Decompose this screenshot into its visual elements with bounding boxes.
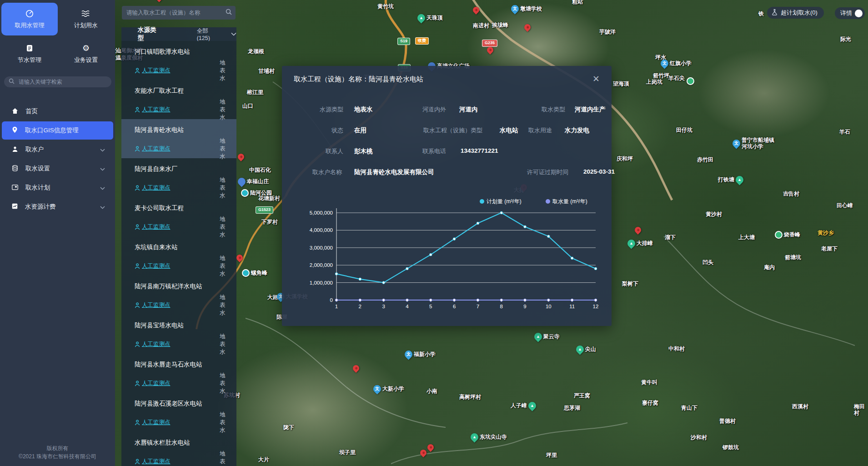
tile-business-settings[interactable]: ⚙ 业务设置 (58, 37, 114, 70)
tile-water-saving-mgmt[interactable]: 节水管理 (1, 37, 58, 70)
mountain-marker[interactable]: ▲聚云寺 (534, 333, 560, 341)
map-label: 庵内 (764, 265, 775, 271)
map-label: 锣鼓坑 (722, 445, 739, 451)
station-list-item[interactable]: 友能水厂取水工程人工监测点地表水 (121, 80, 236, 119)
intake-plan-chart: 01,000,0002,000,0003,000,0004,000,0005,0… (300, 193, 609, 316)
station-list-item[interactable]: 麦卡公司取水工程人工监测点地表水 (121, 197, 236, 236)
manual-monitor-link[interactable]: 人工监测点 (135, 262, 171, 270)
station-list-item[interactable]: 陆河县宝塔水电站人工监测点地表水 (121, 315, 236, 354)
red-pin-marker[interactable] (238, 154, 244, 160)
station-list-item[interactable]: 水唇镇水栏肚水电站人工监测点地表水 (121, 432, 236, 466)
svg-text:3: 3 (382, 304, 385, 309)
school-marker[interactable]: 文大新小学 (373, 385, 404, 393)
station-list-item[interactable]: 东坑镇自来水站人工监测点地表水 (121, 236, 236, 276)
mountain-marker[interactable]: ▲东坑尖山寺 (471, 433, 507, 441)
red-pin-marker[interactable] (420, 450, 426, 456)
toggle-knob[interactable] (855, 10, 863, 17)
red-pin-marker[interactable] (473, 7, 479, 13)
map-pin-icon (12, 126, 18, 135)
sidebar-item-intake-plan[interactable]: 取水计划 (2, 179, 113, 197)
mountain-marker[interactable]: ▲大排嶂 (627, 240, 653, 247)
station-list-item[interactable]: 陆河县水唇走马石水电站人工监测点地表水 (121, 354, 236, 393)
map-label-text: 天珠顶 (426, 15, 443, 21)
manual-monitor-link[interactable]: 人工监测点 (135, 341, 171, 348)
sidebar-search-input[interactable] (18, 78, 107, 85)
school-marker[interactable]: 文墩塘学校 (511, 5, 542, 13)
station-search[interactable] (122, 6, 236, 20)
station-list[interactable]: 河口镇唱歌潭水电站人工监测点地表水友能水厂取水工程人工监测点地表水陆河县青砼水电… (121, 41, 236, 466)
map-label-text: 青山下 (681, 405, 697, 411)
over-plan-intake-button[interactable]: 超计划取水(0) (767, 7, 824, 19)
mountain-marker[interactable]: 打铁塘▲ (718, 176, 743, 184)
station-list-item[interactable]: 河口镇唱歌潭水电站人工监测点地表水 (121, 41, 236, 80)
red-pin-marker[interactable] (635, 227, 641, 233)
detail-toggle[interactable]: 详情 (835, 7, 865, 19)
close-icon[interactable]: ✕ (591, 73, 602, 84)
map-label-text: 吉告村 (783, 191, 799, 197)
manual-monitor-link[interactable]: 人工监测点 (135, 458, 171, 466)
detail-label: 详情 (840, 9, 852, 17)
person-icon (135, 185, 140, 191)
station-list-item[interactable]: 陆河县自来水厂人工监测点地表水 (121, 158, 236, 197)
poi-marker[interactable]: 陆河公园 (241, 189, 272, 197)
manual-monitor-link[interactable]: 人工监测点 (135, 106, 171, 114)
menu-label: 首页 (25, 107, 38, 115)
station-name: 东坑镇自来水站 (135, 243, 236, 251)
map-label: 上大塘 (738, 235, 755, 241)
field-value: 在用 (354, 126, 366, 135)
search-icon[interactable] (226, 9, 232, 17)
water-source-type: 地表水 (220, 215, 228, 239)
red-pin-marker[interactable] (353, 365, 359, 371)
sidebar-item-water-users[interactable]: 取水户 (2, 140, 113, 159)
water-source-type: 地表水 (220, 59, 228, 82)
svg-text:0: 0 (330, 297, 333, 303)
map-label-text: 人子嶂 (511, 403, 527, 409)
gear-icon: ⚙ (82, 44, 90, 53)
red-pin-marker[interactable] (487, 47, 493, 53)
station-list-item[interactable]: 陆河县激石溪老区水电站人工监测点地表水 (121, 393, 236, 432)
manual-monitor-link[interactable]: 人工监测点 (135, 223, 171, 231)
map-label: 西溪村 (792, 404, 808, 410)
map-label: 粗站 (572, 0, 583, 5)
sidebar-item-gis-info[interactable]: 取水口GIS信息管理 (2, 121, 113, 140)
map-label-text: 普德村 (719, 418, 736, 425)
map-label: 梨树下 (622, 281, 638, 287)
sidebar-search[interactable] (4, 76, 111, 87)
manual-monitor-link[interactable]: 人工监测点 (135, 380, 171, 387)
manual-monitor-link[interactable]: 人工监测点 (135, 301, 171, 309)
map-label-text: 赤竹田 (697, 157, 713, 163)
red-pin-marker[interactable] (427, 444, 434, 451)
map-label: 田仔坑 (676, 127, 692, 134)
manual-monitor-link[interactable]: 人工监测点 (135, 67, 171, 75)
map-label: 凹头 (702, 260, 713, 266)
filter-value[interactable]: 全部 (125) (197, 27, 223, 41)
station-list-item[interactable]: 陆河县青砼水电站人工监测点地表水 (121, 119, 236, 158)
poi-marker[interactable]: 螺角峰 (242, 269, 267, 277)
map-label: 坝子里 (339, 450, 356, 456)
manual-monitor-link[interactable]: 人工监测点 (135, 145, 171, 153)
sidebar-item-home[interactable]: 首页 (2, 102, 113, 120)
manual-monitor-link[interactable]: 人工监测点 (135, 419, 171, 426)
mountain-marker[interactable]: ▲尖山 (576, 346, 596, 353)
tile-water-intake-mgmt[interactable]: 取用水管理 (1, 3, 58, 35)
red-pin-marker[interactable] (524, 24, 531, 30)
mountain-marker[interactable]: 人子嶂▲ (511, 402, 536, 410)
tile-planned-water[interactable]: 计划用水 (58, 3, 114, 35)
manual-monitor-link[interactable]: 人工监测点 (135, 184, 171, 192)
red-pin-marker[interactable] (236, 255, 243, 261)
map-label-text: 望海顶 (613, 81, 629, 87)
station-search-input[interactable] (125, 9, 226, 16)
map-label-text: 甘埔村 (258, 68, 275, 75)
mountain-marker[interactable]: ▲天珠顶 (417, 14, 443, 22)
chevron-down-icon[interactable] (231, 32, 236, 36)
svg-text:4: 4 (406, 304, 409, 309)
school-marker[interactable]: 文福新小学 (405, 351, 436, 358)
sidebar-item-water-billing[interactable]: 水资源计费 (2, 198, 113, 216)
school-marker[interactable]: 文红旗小学 (661, 60, 692, 67)
station-list-item[interactable]: 陆河县南万镇杞洋水电站人工监测点地表水 (121, 276, 236, 315)
school-marker[interactable]: 文普宁市船埔镇 河坑小学 (733, 137, 774, 150)
place-marker[interactable]: 幸福山庄 (238, 178, 269, 185)
chevron-down-icon (100, 146, 105, 153)
water-source-type: 地表水 (220, 98, 228, 121)
sidebar-item-intake-settings[interactable]: 取水设置 (2, 160, 113, 178)
